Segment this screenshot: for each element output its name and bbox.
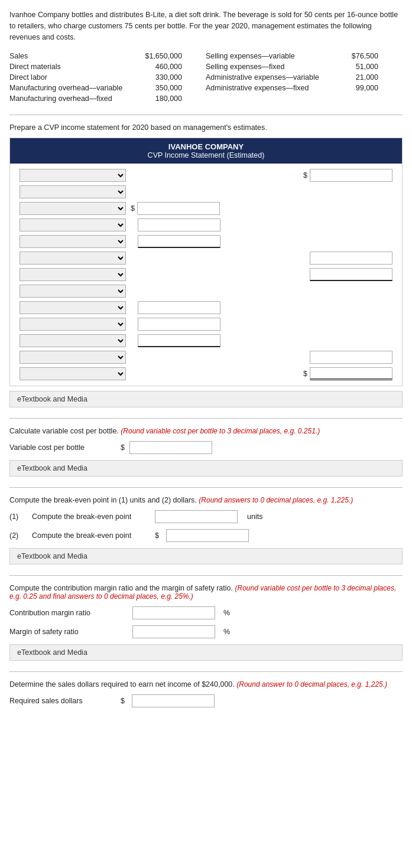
section4-block: Compute the contribution margin ratio an… xyxy=(9,584,403,661)
variable-cost-label: Variable cost per bottle xyxy=(9,443,116,452)
fin-right-value-0: $76,500 xyxy=(331,52,378,60)
fin-row-2: Direct labor 330,000 xyxy=(9,73,182,81)
cvp-body: $ $ xyxy=(10,164,402,386)
etextbook-4: eTextbook and Media xyxy=(9,644,403,661)
cvp-select-7[interactable] xyxy=(20,268,126,281)
percent-sign-1: % xyxy=(223,609,230,617)
section5-field-row: Required sales dollars $ xyxy=(9,694,403,707)
cvp-row-2 xyxy=(20,184,392,200)
percent-sign-2: % xyxy=(223,628,230,636)
section5-note: (Round answer to 0 decimal places, e.g. … xyxy=(236,680,387,688)
cvp-input-7[interactable] xyxy=(310,268,392,281)
fin-value-4: 180,000 xyxy=(135,94,182,103)
cvp-input-6[interactable] xyxy=(310,252,392,265)
fin-label-1: Direct materials xyxy=(9,63,128,71)
fin-right-value-3: 99,000 xyxy=(331,84,378,92)
cvp-input-4[interactable] xyxy=(138,218,220,231)
cvp-input-sales[interactable] xyxy=(310,169,392,182)
cvp-row-11 xyxy=(20,332,392,349)
section3-num-1: (1) xyxy=(9,513,27,521)
fin-right-value-1: 51,000 xyxy=(331,63,378,71)
break-even-dollars-input[interactable] xyxy=(166,529,249,542)
cvp-select-1[interactable] xyxy=(20,169,126,182)
divider-5 xyxy=(9,671,403,672)
etextbook-1: eTextbook and Media xyxy=(9,391,403,407)
divider-2 xyxy=(9,418,403,419)
dollar-sign-3: $ xyxy=(131,204,135,213)
financials-right: Selling expenses—variable $76,500 Sellin… xyxy=(206,52,378,103)
fin-right-label-1: Selling expenses—fixed xyxy=(206,63,324,71)
section3-label-2: Compute the break-even point xyxy=(32,531,150,540)
fin-label-3: Manufacturing overhead—variable xyxy=(9,84,128,92)
fin-right-row-3: Administrative expenses—fixed 99,000 xyxy=(206,84,378,92)
section4-instruction: Compute the contribution margin ratio an… xyxy=(9,584,403,601)
cvp-input-13[interactable] xyxy=(310,367,392,380)
fin-row-3: Manufacturing overhead—variable 350,000 xyxy=(9,84,182,92)
dollar-sign-s3: $ xyxy=(155,531,159,540)
section3-note: (Round answers to 0 decimal places, e.g.… xyxy=(199,496,353,504)
required-sales-input[interactable] xyxy=(132,694,215,707)
section1-instruction: Prepare a CVP income statement for 2020 … xyxy=(9,123,403,132)
section1-block: Prepare a CVP income statement for 2020 … xyxy=(9,123,403,407)
fin-right-value-2: 21,000 xyxy=(331,73,378,81)
cvp-input-3[interactable] xyxy=(137,202,220,215)
cvp-row-4 xyxy=(20,217,392,233)
cvp-row-10 xyxy=(20,316,392,332)
cvp-select-10[interactable] xyxy=(20,318,126,331)
margin-safety-label: Margin of safety ratio xyxy=(9,628,128,636)
cvp-select-9[interactable] xyxy=(20,301,126,314)
dollar-sign-s2: $ xyxy=(121,443,125,452)
cvp-row-9 xyxy=(20,299,392,316)
required-sales-label: Required sales dollars xyxy=(9,697,116,705)
section3-label-1: Compute the break-even point xyxy=(32,513,150,521)
cvp-select-2[interactable] xyxy=(20,185,126,198)
cvp-input-5[interactable] xyxy=(138,235,220,248)
fin-right-row-1: Selling expenses—fixed 51,000 xyxy=(206,63,378,71)
cvp-subtitle: CVP Income Statement (Estimated) xyxy=(10,151,402,159)
cvp-select-5[interactable] xyxy=(20,235,126,248)
cvp-select-8[interactable] xyxy=(20,285,126,298)
cvp-statement-container: IVANHOE COMPANY CVP Income Statement (Es… xyxy=(9,138,403,386)
etextbook-3: eTextbook and Media xyxy=(9,548,403,564)
section3-row-1: (1) Compute the break-even point units xyxy=(9,510,403,523)
cvp-input-12[interactable] xyxy=(310,351,392,364)
intro-text: Ivanhoe Company bottles and distributes … xyxy=(9,9,403,43)
cvp-select-11[interactable] xyxy=(20,334,126,347)
fin-right-row-0: Selling expenses—variable $76,500 xyxy=(206,52,378,60)
fin-value-3: 350,000 xyxy=(135,84,182,92)
divider-1 xyxy=(9,115,403,115)
cvp-row-8 xyxy=(20,283,392,299)
cvp-select-3[interactable] xyxy=(20,202,126,215)
cvp-select-4[interactable] xyxy=(20,218,126,231)
contribution-margin-input[interactable] xyxy=(132,606,215,619)
section3-num-2: (2) xyxy=(9,531,27,540)
cvp-row-13: $ xyxy=(20,366,392,382)
fin-right-label-0: Selling expenses—variable xyxy=(206,52,324,60)
divider-4 xyxy=(9,575,403,576)
fin-label-4: Manufacturing overhead—fixed xyxy=(9,94,128,103)
margin-safety-input[interactable] xyxy=(132,625,215,638)
section3-instruction: Compute the break-even point in (1) unit… xyxy=(9,496,403,504)
cvp-select-12[interactable] xyxy=(20,351,126,364)
break-even-units-input[interactable] xyxy=(155,510,238,523)
units-label: units xyxy=(247,513,262,521)
section4-row-2: Margin of safety ratio % xyxy=(9,625,403,638)
section2-note: (Round variable cost per bottle to 3 dec… xyxy=(121,427,320,435)
financials-left: Sales $1,650,000 Direct materials 460,00… xyxy=(9,52,182,103)
cvp-input-9[interactable] xyxy=(138,301,220,314)
section2-instruction: Calculate variable cost per bottle. (Rou… xyxy=(9,427,403,435)
cvp-input-10[interactable] xyxy=(138,318,220,331)
cvp-header: IVANHOE COMPANY CVP Income Statement (Es… xyxy=(10,138,402,164)
fin-value-1: 460,000 xyxy=(135,63,182,71)
cvp-select-6[interactable] xyxy=(20,252,126,265)
contribution-margin-label: Contribution margin ratio xyxy=(9,609,128,617)
cvp-input-11[interactable] xyxy=(138,334,220,347)
fin-label-2: Direct labor xyxy=(9,73,128,81)
etextbook-2: eTextbook and Media xyxy=(9,460,403,477)
financials-table: Sales $1,650,000 Direct materials 460,00… xyxy=(9,52,403,103)
cvp-select-13[interactable] xyxy=(20,367,126,380)
section4-row-1: Contribution margin ratio % xyxy=(9,606,403,619)
dollar-sign-s5: $ xyxy=(121,697,125,705)
variable-cost-input[interactable] xyxy=(129,441,212,454)
cvp-row-sales: $ xyxy=(20,167,392,184)
